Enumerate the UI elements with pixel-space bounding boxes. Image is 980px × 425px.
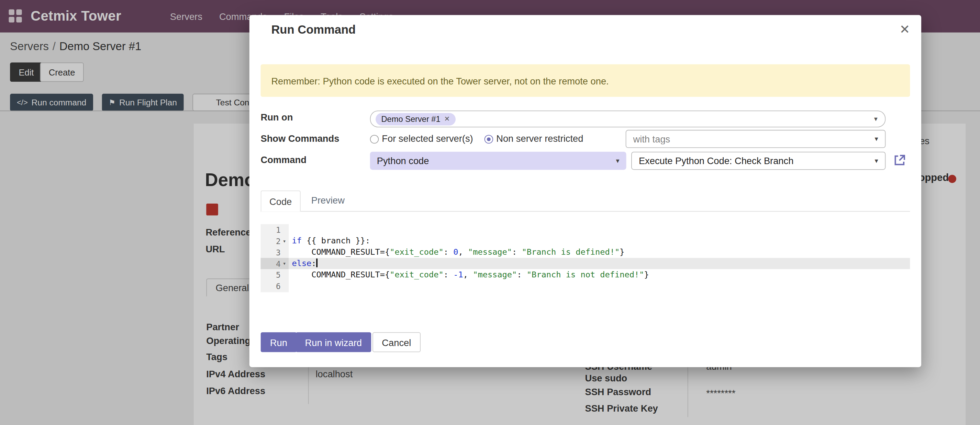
gutter-line-4[interactable]: 4▾	[261, 258, 289, 269]
cancel-button[interactable]: Cancel	[372, 332, 421, 352]
code-line-2[interactable]: if {{ branch }}:	[289, 236, 910, 247]
gutter-line-6: 6	[261, 281, 289, 292]
radio-non-restricted[interactable]	[485, 135, 493, 143]
run-in-wizard-button[interactable]: Run in wizard	[296, 332, 371, 352]
code-line-3[interactable]: COMMAND_RESULT={"exit_code": 0, "message…	[289, 246, 910, 258]
run-command-dialog: Run Command ✕ Remember: Python code is e…	[250, 15, 921, 367]
warning-alert: Remember: Python code is executed on the…	[261, 64, 910, 97]
command-type-select[interactable]: Python code ▾	[370, 152, 627, 170]
chevron-down-icon: ▾	[875, 135, 878, 143]
editor-lines[interactable]: if {{ branch }}: COMMAND_RESULT={"exit_c…	[289, 224, 910, 292]
editor-gutter: 12▾34▾56	[261, 224, 289, 292]
fold-arrow-icon[interactable]: ▾	[281, 260, 288, 266]
chevron-down-icon: ▾	[874, 115, 878, 123]
gutter-line-2[interactable]: 2▾	[261, 236, 289, 247]
radio-non-restricted-label[interactable]: Non server restricted	[496, 133, 583, 143]
server-tag[interactable]: Demo Server #1 ✕	[375, 113, 456, 125]
run-on-label: Run on	[261, 112, 293, 122]
chevron-down-icon: ▾	[616, 157, 619, 165]
with-tags-select[interactable]: with tags ▾	[626, 130, 886, 148]
show-commands-label: Show Commands	[261, 133, 339, 143]
code-line-1[interactable]	[289, 224, 910, 236]
gutter-line-1: 1	[261, 224, 289, 236]
screen: Cetmix Tower Servers Commands Files Tool…	[0, 0, 980, 425]
text-cursor	[317, 258, 318, 267]
chevron-down-icon: ▾	[875, 157, 878, 165]
command-select[interactable]: Execute Python Code: Check Branch ▾	[631, 152, 886, 170]
radio-selected-servers[interactable]	[370, 135, 379, 143]
tag-remove-icon[interactable]: ✕	[444, 115, 450, 123]
code-line-5[interactable]: COMMAND_RESULT={"exit_code": -1, "messag…	[289, 269, 910, 281]
gutter-line-3: 3	[261, 246, 289, 258]
code-editor[interactable]: 12▾34▾56 if {{ branch }}: COMMAND_RESULT…	[261, 222, 910, 292]
run-button[interactable]: Run	[261, 332, 296, 352]
tab-preview[interactable]: Preview	[311, 195, 345, 205]
close-icon[interactable]: ✕	[900, 22, 910, 37]
dialog-title: Run Command	[271, 23, 356, 37]
external-link-icon[interactable]	[893, 154, 906, 167]
code-line-6[interactable]	[289, 281, 910, 292]
fold-arrow-icon[interactable]: ▾	[281, 238, 288, 244]
command-label: Command	[261, 154, 306, 165]
gutter-line-5: 5	[261, 269, 289, 281]
code-line-4[interactable]: else:	[289, 258, 910, 269]
radio-selected-servers-label[interactable]: For selected server(s)	[382, 133, 473, 143]
tab-code[interactable]: Code	[261, 190, 300, 212]
run-on-field[interactable]: Demo Server #1 ✕ ▾	[370, 111, 886, 127]
tabs-border	[261, 211, 910, 212]
